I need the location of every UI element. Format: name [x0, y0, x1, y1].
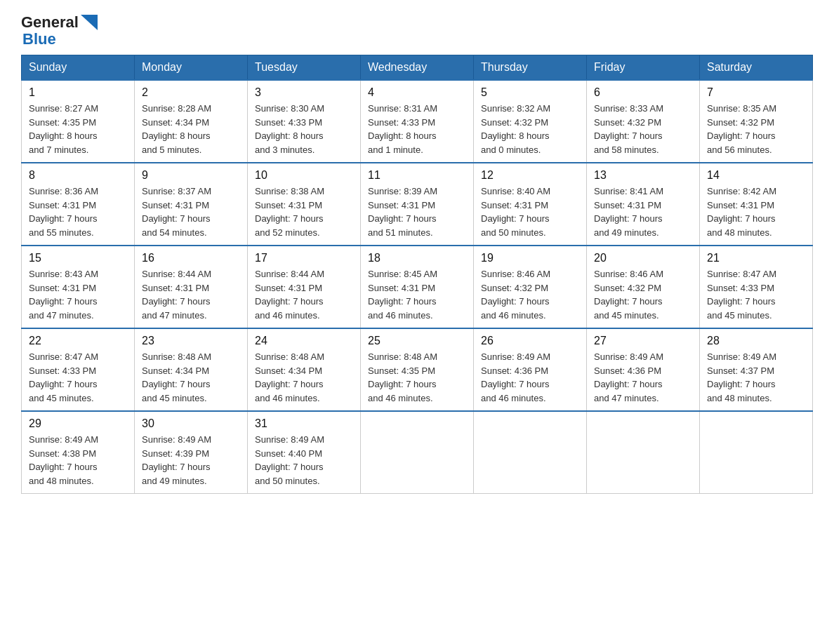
calendar-day-cell: 1Sunrise: 8:27 AMSunset: 4:35 PMDaylight…	[22, 80, 135, 163]
calendar-week-row: 1Sunrise: 8:27 AMSunset: 4:35 PMDaylight…	[22, 80, 813, 163]
day-number: 8	[29, 169, 127, 182]
day-info: Sunrise: 8:28 AMSunset: 4:34 PMDaylight:…	[142, 102, 240, 156]
calendar-day-cell: 18Sunrise: 8:45 AMSunset: 4:31 PMDayligh…	[361, 246, 474, 328]
day-number: 6	[594, 86, 692, 99]
day-number: 23	[142, 335, 240, 347]
calendar-empty-cell	[361, 411, 474, 494]
day-info: Sunrise: 8:48 AMSunset: 4:34 PMDaylight:…	[255, 350, 353, 405]
calendar-day-cell: 11Sunrise: 8:39 AMSunset: 4:31 PMDayligh…	[361, 163, 474, 246]
calendar-empty-cell	[474, 411, 587, 494]
calendar-week-row: 15Sunrise: 8:43 AMSunset: 4:31 PMDayligh…	[22, 246, 813, 328]
day-number: 18	[368, 252, 466, 264]
calendar-day-cell: 28Sunrise: 8:49 AMSunset: 4:37 PMDayligh…	[700, 328, 813, 411]
logo: General Blue	[21, 14, 98, 48]
day-number: 28	[707, 335, 805, 347]
day-info: Sunrise: 8:47 AMSunset: 4:33 PMDaylight:…	[707, 267, 805, 322]
day-info: Sunrise: 8:31 AMSunset: 4:33 PMDaylight:…	[368, 102, 466, 156]
day-number: 21	[707, 252, 805, 264]
day-info: Sunrise: 8:42 AMSunset: 4:31 PMDaylight:…	[707, 185, 805, 239]
day-info: Sunrise: 8:49 AMSunset: 4:40 PMDaylight:…	[255, 433, 353, 488]
day-info: Sunrise: 8:49 AMSunset: 4:36 PMDaylight:…	[481, 350, 579, 405]
calendar-empty-cell	[700, 411, 813, 494]
day-number: 17	[255, 252, 353, 264]
day-info: Sunrise: 8:44 AMSunset: 4:31 PMDaylight:…	[142, 267, 240, 322]
calendar-day-cell: 10Sunrise: 8:38 AMSunset: 4:31 PMDayligh…	[248, 163, 361, 246]
day-number: 31	[255, 417, 353, 430]
calendar-week-row: 29Sunrise: 8:49 AMSunset: 4:38 PMDayligh…	[22, 411, 813, 494]
day-number: 2	[142, 86, 240, 99]
day-number: 27	[594, 335, 692, 347]
day-number: 22	[29, 335, 127, 347]
day-number: 13	[594, 169, 692, 182]
calendar-week-row: 22Sunrise: 8:47 AMSunset: 4:33 PMDayligh…	[22, 328, 813, 411]
calendar-day-cell: 14Sunrise: 8:42 AMSunset: 4:31 PMDayligh…	[700, 163, 813, 246]
header-tuesday: Tuesday	[248, 55, 361, 81]
calendar-empty-cell	[587, 411, 700, 494]
calendar-day-cell: 9Sunrise: 8:37 AMSunset: 4:31 PMDaylight…	[135, 163, 248, 246]
calendar-day-cell: 25Sunrise: 8:48 AMSunset: 4:35 PMDayligh…	[361, 328, 474, 411]
calendar-day-cell: 13Sunrise: 8:41 AMSunset: 4:31 PMDayligh…	[587, 163, 700, 246]
day-number: 19	[481, 252, 579, 264]
day-number: 20	[594, 252, 692, 264]
day-info: Sunrise: 8:33 AMSunset: 4:32 PMDaylight:…	[594, 102, 692, 156]
calendar-day-cell: 22Sunrise: 8:47 AMSunset: 4:33 PMDayligh…	[22, 328, 135, 411]
calendar-day-cell: 12Sunrise: 8:40 AMSunset: 4:31 PMDayligh…	[474, 163, 587, 246]
day-info: Sunrise: 8:49 AMSunset: 4:38 PMDaylight:…	[29, 433, 127, 488]
calendar-day-cell: 7Sunrise: 8:35 AMSunset: 4:32 PMDaylight…	[700, 80, 813, 163]
calendar-day-cell: 5Sunrise: 8:32 AMSunset: 4:32 PMDaylight…	[474, 80, 587, 163]
day-info: Sunrise: 8:36 AMSunset: 4:31 PMDaylight:…	[29, 185, 127, 239]
day-number: 29	[29, 417, 127, 430]
day-number: 12	[481, 169, 579, 182]
day-info: Sunrise: 8:46 AMSunset: 4:32 PMDaylight:…	[594, 267, 692, 322]
calendar-day-cell: 23Sunrise: 8:48 AMSunset: 4:34 PMDayligh…	[135, 328, 248, 411]
day-number: 4	[368, 86, 466, 99]
calendar-day-cell: 16Sunrise: 8:44 AMSunset: 4:31 PMDayligh…	[135, 246, 248, 328]
day-info: Sunrise: 8:41 AMSunset: 4:31 PMDaylight:…	[594, 185, 692, 239]
day-number: 3	[255, 86, 353, 99]
calendar-day-cell: 21Sunrise: 8:47 AMSunset: 4:33 PMDayligh…	[700, 246, 813, 328]
day-info: Sunrise: 8:35 AMSunset: 4:32 PMDaylight:…	[707, 102, 805, 156]
day-info: Sunrise: 8:49 AMSunset: 4:39 PMDaylight:…	[142, 433, 240, 488]
calendar-day-cell: 31Sunrise: 8:49 AMSunset: 4:40 PMDayligh…	[248, 411, 361, 494]
calendar-day-cell: 6Sunrise: 8:33 AMSunset: 4:32 PMDaylight…	[587, 80, 700, 163]
header-wednesday: Wednesday	[361, 55, 474, 81]
logo-blue-text: Blue	[22, 31, 56, 48]
day-info: Sunrise: 8:49 AMSunset: 4:36 PMDaylight:…	[594, 350, 692, 405]
header-sunday: Sunday	[22, 55, 135, 81]
calendar-day-cell: 15Sunrise: 8:43 AMSunset: 4:31 PMDayligh…	[22, 246, 135, 328]
day-number: 16	[142, 252, 240, 264]
page-header: General Blue	[21, 14, 813, 48]
day-info: Sunrise: 8:37 AMSunset: 4:31 PMDaylight:…	[142, 185, 240, 239]
calendar-day-cell: 4Sunrise: 8:31 AMSunset: 4:33 PMDaylight…	[361, 80, 474, 163]
day-number: 9	[142, 169, 240, 182]
calendar-table: SundayMondayTuesdayWednesdayThursdayFrid…	[21, 55, 813, 494]
calendar-week-row: 8Sunrise: 8:36 AMSunset: 4:31 PMDaylight…	[22, 163, 813, 246]
day-info: Sunrise: 8:45 AMSunset: 4:31 PMDaylight:…	[368, 267, 466, 322]
header-monday: Monday	[135, 55, 248, 81]
day-number: 26	[481, 335, 579, 347]
day-number: 25	[368, 335, 466, 347]
day-number: 10	[255, 169, 353, 182]
day-info: Sunrise: 8:30 AMSunset: 4:33 PMDaylight:…	[255, 102, 353, 156]
day-number: 30	[142, 417, 240, 430]
calendar-day-cell: 3Sunrise: 8:30 AMSunset: 4:33 PMDaylight…	[248, 80, 361, 163]
day-number: 1	[29, 86, 127, 99]
calendar-day-cell: 27Sunrise: 8:49 AMSunset: 4:36 PMDayligh…	[587, 328, 700, 411]
day-number: 14	[707, 169, 805, 182]
logo-triangle-icon	[81, 15, 98, 30]
day-number: 24	[255, 335, 353, 347]
day-info: Sunrise: 8:32 AMSunset: 4:32 PMDaylight:…	[481, 102, 579, 156]
svg-marker-0	[81, 15, 98, 30]
calendar-day-cell: 29Sunrise: 8:49 AMSunset: 4:38 PMDayligh…	[22, 411, 135, 494]
logo-general-text: General	[21, 14, 79, 31]
calendar-day-cell: 8Sunrise: 8:36 AMSunset: 4:31 PMDaylight…	[22, 163, 135, 246]
day-info: Sunrise: 8:46 AMSunset: 4:32 PMDaylight:…	[481, 267, 579, 322]
calendar-header-row: SundayMondayTuesdayWednesdayThursdayFrid…	[22, 55, 813, 81]
day-info: Sunrise: 8:39 AMSunset: 4:31 PMDaylight:…	[368, 185, 466, 239]
calendar-day-cell: 24Sunrise: 8:48 AMSunset: 4:34 PMDayligh…	[248, 328, 361, 411]
calendar-day-cell: 26Sunrise: 8:49 AMSunset: 4:36 PMDayligh…	[474, 328, 587, 411]
header-saturday: Saturday	[700, 55, 813, 81]
day-info: Sunrise: 8:38 AMSunset: 4:31 PMDaylight:…	[255, 185, 353, 239]
calendar-day-cell: 30Sunrise: 8:49 AMSunset: 4:39 PMDayligh…	[135, 411, 248, 494]
day-info: Sunrise: 8:40 AMSunset: 4:31 PMDaylight:…	[481, 185, 579, 239]
